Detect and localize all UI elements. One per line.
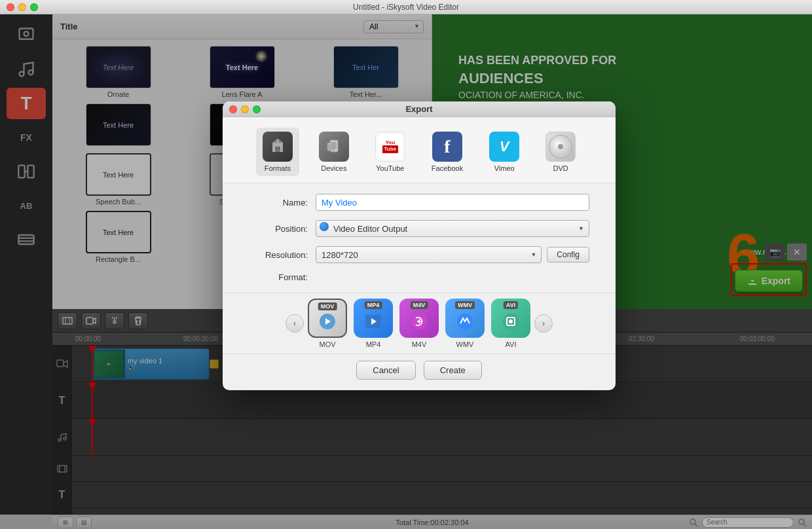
position-label: Position: [249, 224, 308, 234]
resolution-row: 1280*720 1920*1080 720*480 640*360 Confi… [316, 246, 589, 263]
devices-icon [319, 132, 349, 162]
m4v-label: M4V [412, 340, 427, 348]
create-button[interactable]: Create [424, 361, 482, 380]
m4v-inner [407, 310, 431, 333]
formats-label: Formats [265, 164, 291, 172]
export-tab-vimeo[interactable]: V Vimeo [483, 128, 526, 176]
format-icons-list: MOV MOV MP4 [308, 299, 530, 348]
dialog-buttons: Cancel Create [223, 354, 616, 390]
position-globe-icon [320, 220, 330, 230]
facebook-icon: f [432, 132, 462, 162]
title-bar: Untitled - iSkysoft Video Editor [0, 0, 812, 14]
form-row-name: Name: [249, 194, 589, 211]
svg-rect-19 [274, 145, 281, 152]
wmv-tag: WMV [455, 301, 475, 309]
devices-label: Devices [321, 164, 346, 172]
resolution-select-wrapper: 1280*720 1920*1080 720*480 640*360 [316, 246, 542, 263]
export-tab-dvd[interactable]: DVD [539, 128, 582, 176]
format-item-avi[interactable]: AVI AVI [491, 299, 530, 348]
name-label: Name: [249, 198, 308, 208]
mov-inner [316, 310, 339, 333]
format-item-m4v[interactable]: M4V M4V [399, 299, 439, 348]
svg-point-22 [333, 150, 335, 151]
mp4-inner [361, 310, 385, 333]
dialog-close-btn[interactable] [229, 105, 237, 113]
format-icon-wmv: WMV [445, 299, 485, 338]
dialog-title: Export [405, 104, 432, 114]
cancel-button[interactable]: Cancel [356, 361, 415, 380]
format-icon-mp4: MP4 [354, 299, 393, 338]
avi-label: AVI [506, 340, 517, 348]
dialog-max-btn[interactable] [253, 105, 261, 113]
mp4-tag: MP4 [365, 301, 382, 309]
disc-icon [549, 135, 572, 158]
minimize-button[interactable] [18, 3, 26, 11]
format-label: Format: [249, 272, 308, 282]
name-input[interactable] [316, 194, 589, 211]
dialog-min-btn[interactable] [241, 105, 249, 113]
format-icon-mov: MOV [308, 299, 347, 338]
vimeo-icon: V [489, 132, 519, 162]
window-controls [7, 3, 38, 11]
form-row-format: Format: [249, 272, 589, 282]
export-dialog: Export Formats [223, 101, 616, 390]
maximize-button[interactable] [30, 3, 38, 11]
avi-inner [499, 310, 523, 333]
position-select[interactable]: Video Editor Output Desktop Documents [316, 220, 589, 237]
position-select-wrapper: Video Editor Output Desktop Documents [316, 220, 589, 237]
export-tab-facebook[interactable]: f Facebook [425, 128, 470, 176]
resolution-select[interactable]: 1280*720 1920*1080 720*480 640*360 [316, 246, 542, 263]
formats-icon [263, 132, 293, 162]
form-row-position: Position: Video Editor Output Desktop Do… [249, 220, 589, 237]
mov-tag: MOV [318, 302, 337, 310]
svg-point-25 [329, 149, 331, 151]
format-item-wmv[interactable]: WMV WMV [445, 299, 485, 348]
export-tab-formats[interactable]: Formats [256, 128, 299, 176]
dvd-label: DVD [553, 164, 568, 172]
wmv-label: WMV [456, 340, 474, 348]
dvd-icon [545, 132, 576, 162]
export-form: Name: Position: Video Editor Output Desk… [223, 183, 616, 293]
form-row-resolution: Resolution: 1280*720 1920*1080 720*480 6… [249, 246, 589, 263]
format-item-mov[interactable]: MOV MOV [308, 299, 347, 348]
dialog-titlebar: Export [223, 101, 616, 117]
format-item-mp4[interactable]: MP4 MP4 [354, 299, 393, 348]
close-button[interactable] [7, 3, 14, 11]
avi-tag: AVI [504, 301, 518, 309]
svg-rect-24 [328, 144, 332, 149]
export-tab-devices[interactable]: Devices [312, 128, 356, 176]
vimeo-label: Vimeo [494, 164, 515, 172]
format-prev-arrow[interactable]: ‹ [286, 314, 304, 333]
app-title: Untitled - iSkysoft Video Editor [353, 3, 459, 12]
disc-center [558, 144, 563, 149]
export-icons-bar: Formats Devices You Tube [223, 117, 616, 183]
config-button[interactable]: Config [547, 247, 589, 263]
mp4-label: MP4 [366, 340, 381, 348]
youtube-label: YouTube [376, 164, 404, 172]
format-icon-avi: AVI [491, 299, 530, 338]
mov-label: MOV [319, 340, 335, 348]
export-tab-youtube[interactable]: You Tube YouTube [369, 128, 412, 176]
format-icons-wrapper: ‹ MOV MOV MP4 [223, 293, 616, 354]
format-next-arrow[interactable]: › [534, 314, 553, 333]
facebook-label: Facebook [432, 164, 463, 172]
youtube-icon: You Tube [375, 132, 405, 162]
wmv-inner [453, 310, 477, 333]
resolution-label: Resolution: [249, 250, 308, 260]
m4v-tag: M4V [411, 301, 428, 309]
svg-point-32 [509, 319, 513, 323]
format-icon-m4v: M4V [399, 299, 439, 338]
